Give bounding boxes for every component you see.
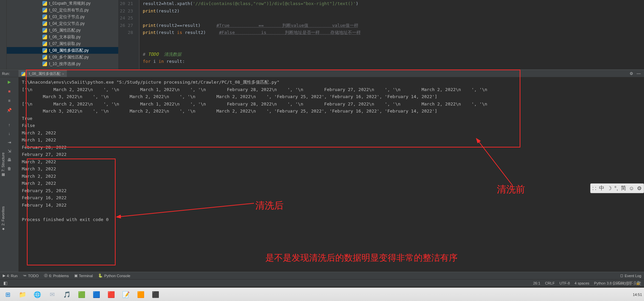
project-tree[interactable]: t_01xpath_常用规则.py t_02_定位所有节点.py t_03_定位…: [7, 0, 118, 69]
taskbar-app-icon[interactable]: 🟦: [91, 290, 102, 300]
pin-icon[interactable]: 📌: [7, 108, 12, 113]
todo-tab-button[interactable]: ≔ TODO: [23, 273, 39, 278]
minimize-icon[interactable]: —: [636, 71, 641, 76]
python-file-icon: [21, 72, 25, 76]
tree-item-label: t_07_属性获取.py: [49, 41, 81, 47]
scroll-icon[interactable]: ⇲: [7, 148, 12, 154]
tray-clock[interactable]: 14:51: [633, 293, 642, 297]
tree-item[interactable]: t_03_定位子节点.py: [7, 13, 118, 20]
stop-icon[interactable]: ■: [7, 89, 12, 94]
run-tab-label: t_08_属性多值匹配: [29, 71, 60, 76]
down-icon[interactable]: ↓: [7, 131, 12, 136]
tree-item-label: t_04_定位父节点.py: [49, 21, 85, 27]
taskbar-app-icon[interactable]: ⬛: [150, 290, 161, 300]
ime-moon-icon[interactable]: ☽: [607, 185, 612, 191]
tree-item-label: t_03_定位子节点.py: [49, 14, 85, 20]
terminal-tab-button[interactable]: ▣ Terminal: [74, 273, 93, 278]
python-file-icon: [42, 28, 47, 33]
taskbar-app-icon[interactable]: ✉: [46, 290, 58, 300]
start-button[interactable]: ⊞: [2, 290, 13, 300]
run-tool-window: Run: ⚙ — ▶ ■ ≡ 📌 ↑ ↓ ⇥ ⇲ 🖶 🗑: [0, 70, 644, 272]
python-console-tab-button[interactable]: 🐍 Python Console: [98, 273, 130, 278]
favorites-tool-button[interactable]: ★ 2: Favorites: [0, 205, 6, 232]
tree-item-label: t_09_多个属性匹配.py: [49, 54, 89, 60]
caret-position[interactable]: 26:1: [533, 281, 540, 285]
tree-item[interactable]: t_07_属性获取.py: [7, 40, 118, 47]
taskbar-app-icon[interactable]: 🟥: [105, 290, 117, 300]
ime-floating-bar[interactable]: ⸬ 中 ☽ °, 简 ☺ ⚙: [590, 183, 644, 193]
python-file-icon: [42, 61, 47, 66]
python-file-icon: [42, 48, 47, 53]
tree-item[interactable]: t_09_多个属性匹配.py: [7, 54, 118, 60]
tree-item[interactable]: t_01xpath_常用规则.py: [7, 0, 118, 7]
python-file-icon: [42, 21, 47, 26]
close-icon[interactable]: ×: [62, 72, 64, 76]
python-file-icon: [42, 35, 47, 39]
watermark: CSDN @不良使: [612, 281, 641, 286]
run-label: Run:: [0, 70, 18, 77]
python-file-icon: [42, 8, 47, 12]
line-separator[interactable]: CRLF: [545, 281, 555, 285]
tree-item-label: t_05_属性匹配.py: [49, 28, 81, 33]
taskbar-app-icon[interactable]: 📁: [17, 290, 28, 300]
ime-simp-toggle[interactable]: 简: [621, 185, 626, 192]
system-tray[interactable]: 14:51: [633, 293, 642, 297]
encoding[interactable]: UTF-8: [559, 281, 570, 285]
tree-item[interactable]: t_05_属性匹配.py: [7, 27, 118, 34]
ime-emoji-icon[interactable]: ☺: [629, 185, 634, 191]
console-output[interactable]: T:\Anaconda\envs\cv5aiit\python.exe "S:/…: [18, 77, 644, 272]
python-file-icon: [42, 41, 47, 46]
taskbar-app-icon[interactable]: 📝: [120, 290, 132, 300]
indent[interactable]: 4 spaces: [574, 281, 589, 285]
trash-icon[interactable]: 🗑: [7, 166, 12, 171]
run-tab-bar: t_08_属性多值匹配 ×: [18, 70, 644, 77]
tool-window-icon[interactable]: ◧: [3, 281, 7, 286]
up-icon[interactable]: ↑: [7, 122, 12, 128]
taskbar-app-icon[interactable]: 🎵: [61, 290, 73, 300]
tree-item-label: t_10_按序选择.py: [49, 61, 81, 67]
tree-item[interactable]: t_06_文本获取.py: [7, 34, 118, 40]
structure-tool-button[interactable]: ▦ 7: Structure: [0, 151, 6, 178]
tree-item-label: t_01xpath_常用规则.py: [49, 1, 90, 6]
run-tab[interactable]: t_08_属性多值匹配 ×: [18, 70, 67, 77]
tree-item-label: t_06_文本获取.py: [49, 34, 81, 40]
tree-item[interactable]: t_02_定位所有节点.py: [7, 7, 118, 13]
bottom-toolbar: ▶ 4: Run ≔ TODO ⓪ 6: Problems ▣ Terminal…: [0, 272, 644, 279]
windows-taskbar[interactable]: ⊞ 📁 🌐 ✉ 🎵 🟩 🟦 🟥 📝 🟧 ⬛ 14:51: [0, 288, 644, 301]
settings-icon[interactable]: ⚙: [629, 71, 634, 76]
event-log-button[interactable]: ◻ Event Log: [620, 273, 641, 278]
tree-item-selected[interactable]: t_08_属性多值匹配.py: [7, 47, 118, 54]
ime-grip-icon[interactable]: ⸬: [593, 185, 596, 191]
layout-icon[interactable]: ≡: [7, 98, 12, 103]
rerun-icon[interactable]: ▶: [7, 79, 12, 85]
python-file-icon: [42, 55, 47, 59]
code-content[interactable]: result2=html.xpath('//div[contains(@clas…: [139, 0, 644, 69]
run-tab-button[interactable]: ▶ 4: Run: [3, 273, 17, 278]
taskbar-app-icon[interactable]: 🟧: [135, 290, 146, 300]
code-editor[interactable]: 20 21 22 23 24 25 26 27 28 result2=html.…: [118, 0, 644, 69]
tree-item-label: t_08_属性多值匹配.py: [49, 48, 89, 53]
tree-item[interactable]: t_04_定位父节点.py: [7, 20, 118, 27]
ime-punct-toggle[interactable]: °,: [614, 185, 618, 191]
tree-item-label: t_02_定位所有节点.py: [49, 7, 89, 13]
gutter: 20 21 22 23 24 25 26 27 28: [118, 0, 139, 69]
tree-item[interactable]: t_10_按序选择.py: [7, 60, 118, 67]
ime-settings-icon[interactable]: ⚙: [637, 185, 642, 191]
taskbar-app-icon[interactable]: 🌐: [32, 290, 43, 300]
python-file-icon: [42, 14, 47, 19]
status-bar: ◧ 26:1 CRLF UTF-8 4 spaces Python 3.8 (c…: [0, 279, 644, 287]
print-icon[interactable]: 🖶: [7, 157, 12, 163]
ime-lang-toggle[interactable]: 中: [599, 185, 604, 192]
taskbar-app-icon[interactable]: 🟩: [76, 290, 87, 300]
left-tool-strip: [0, 0, 7, 69]
python-file-icon: [42, 1, 47, 6]
problems-tab-button[interactable]: ⓪ 6: Problems: [44, 273, 69, 278]
wrap-icon[interactable]: ⇥: [7, 140, 12, 145]
